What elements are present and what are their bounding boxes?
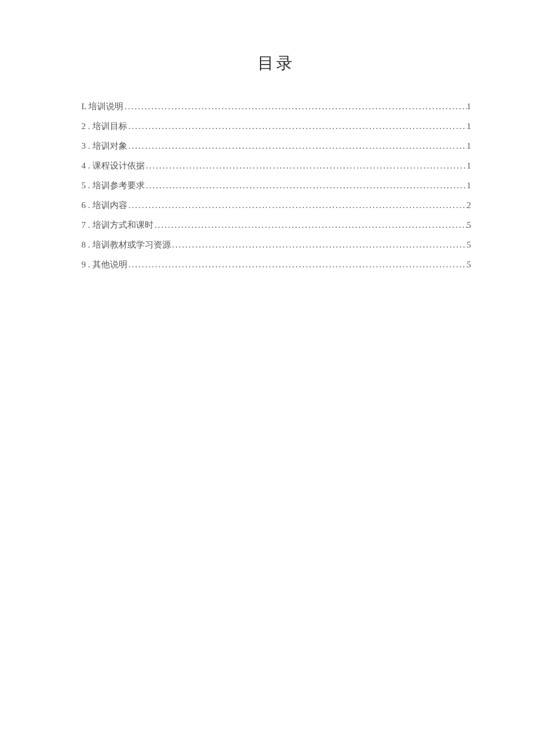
toc-item-label: 5 . 培训参考要求 [81,175,145,195]
toc-item: L 培训说明 1 [81,96,471,116]
toc-list: L 培训说明 1 2 . 培训目标 1 3 . 培训对象 1 4 . 课程设计依… [81,96,471,274]
toc-dots [127,195,467,215]
toc-item-label: 8 . 培训教材或学习资源 [81,235,171,255]
toc-item-page: 1 [467,156,472,175]
toc-dots [127,116,467,136]
toc-item-page: 5 [467,215,472,235]
toc-item-label: L 培训说明 [81,96,123,116]
toc-item-page: 2 [467,195,472,215]
toc-item: 8 . 培训教材或学习资源 5 [81,235,471,255]
page-container: 目录 L 培训说明 1 2 . 培训目标 1 3 . 培训对象 1 4 . 课程… [0,0,535,274]
toc-item: 3 . 培训对象 1 [81,136,471,156]
toc-dots [145,156,467,175]
toc-dots [154,215,467,235]
toc-item: 7 . 培训方式和课时 5 [81,215,471,235]
toc-item-page: 5 [467,235,472,255]
toc-dots [171,235,467,255]
toc-item-page: 1 [467,116,472,136]
toc-item-page: 1 [467,96,472,116]
toc-dots [127,255,467,274]
toc-item: 6 . 培训内容 2 [81,195,471,215]
toc-item-label: 9 . 其他说明 [81,255,127,274]
toc-title: 目录 [81,52,471,74]
toc-item: 5 . 培训参考要求 1 [81,175,471,195]
toc-item-page: 1 [467,136,472,156]
toc-dots [145,175,467,195]
toc-item: 9 . 其他说明 5 [81,255,471,274]
toc-item: 2 . 培训目标 1 [81,116,471,136]
toc-item-label: 4 . 课程设计依据 [81,156,145,175]
toc-item-label: 3 . 培训对象 [81,136,127,156]
toc-item-label: 7 . 培训方式和课时 [81,215,154,235]
toc-dots [127,136,467,156]
toc-item: 4 . 课程设计依据 1 [81,156,471,175]
toc-item-label: 6 . 培训内容 [81,195,127,215]
toc-dots [123,96,466,116]
toc-item-page: 5 [467,255,472,274]
toc-item-label: 2 . 培训目标 [81,116,127,136]
toc-item-page: 1 [467,175,472,195]
